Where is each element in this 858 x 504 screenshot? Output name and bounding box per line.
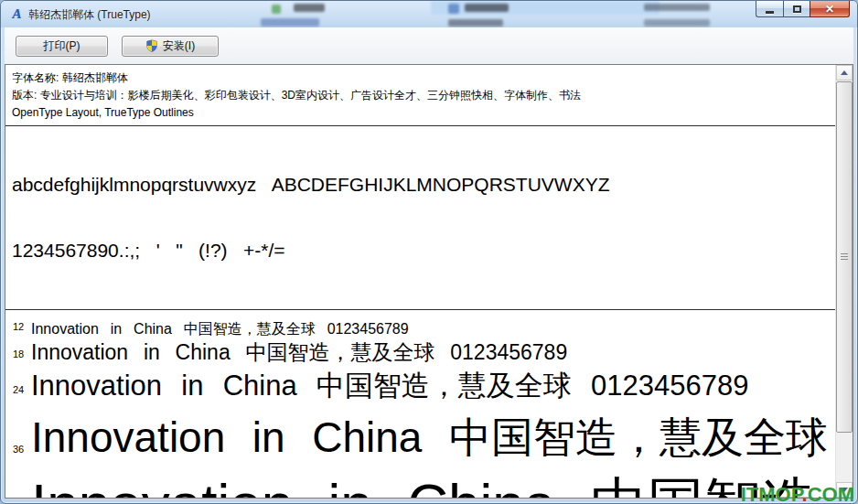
size-label: 12 [5, 321, 31, 336]
scroll-up-button[interactable] [836, 65, 853, 80]
sample-text: Innovation in China 中国智造，慧及全球 0123456789 [31, 418, 835, 458]
size-label: 18 [5, 349, 31, 363]
watermark-suffix: COM [808, 483, 854, 504]
sample-text: Innovation in China 中国智造，慧及全球 0123456789 [31, 372, 749, 399]
minimize-button[interactable] [756, 1, 783, 17]
print-button[interactable]: 打印(P) [16, 36, 108, 57]
font-name-line: 字体名称: 韩绍杰邯郸体 [12, 70, 835, 87]
close-icon: ✕ [825, 3, 834, 16]
scrollbar-track[interactable] [836, 80, 853, 482]
close-button[interactable]: ✕ [810, 1, 850, 17]
titlebar-glass-artifact [465, 4, 509, 12]
scrollbar-grip-icon [841, 253, 848, 261]
alphabet-sample-line: abcdefghijklmnopqrstuvwxyz ABCDEFGHIJKLM… [12, 174, 835, 196]
titlebar-glass-artifact [448, 4, 459, 14]
toolbar: 打印(P) 安装(I) [5, 27, 853, 64]
itmop-watermark: ITMOP.COM [741, 483, 854, 504]
scroll-up-icon [841, 70, 848, 75]
maximize-button[interactable] [783, 1, 810, 17]
titlebar-glass-artifact [448, 19, 503, 27]
sample-text: Innovation in China 中国智造，慧及全球 0123456789 [31, 322, 409, 336]
preview-content: 字体名称: 韩绍杰邯郸体 版本: 专业设计与培训：影楼后期美化、彩印包装设计、3… [5, 65, 835, 498]
glyph-sample-block: abcdefghijklmnopqrstuvwxyz ABCDEFGHIJKLM… [5, 126, 835, 307]
titlebar-glass-artifact [294, 4, 325, 12]
titlebar-glass-artifact [644, 4, 710, 11]
titlebar-glass-artifact [272, 5, 281, 14]
maximize-icon [793, 5, 801, 13]
font-file-icon: A [9, 6, 25, 22]
watermark-prefix: ITMOP [741, 483, 802, 504]
vertical-scrollbar[interactable] [835, 65, 853, 498]
numerals-sample-line: 1234567890.:,; ' " (!?) +-*/= [12, 240, 835, 262]
window-title: 韩绍杰邯郸体 (TrueType) [28, 7, 151, 23]
size-sample-row-12: 12 Innovation in China 中国智造，慧及全球 0123456… [5, 310, 835, 336]
size-sample-row-48: 48 Innovation in China 中国智造，慧及全球 0123456… [5, 458, 835, 498]
sample-text: Innovation in China 中国智造，慧及全球 0123456789 [31, 477, 835, 498]
font-technology-line: OpenType Layout, TrueType Outlines [12, 104, 835, 122]
size-label: 36 [5, 444, 31, 458]
caption-buttons: ✕ [756, 1, 850, 17]
size-sample-row-18: 18 Innovation in China 中国智造，慧及全球 0123456… [5, 336, 835, 363]
font-version-line: 版本: 专业设计与培训：影楼后期美化、彩印包装设计、3D室内设计、广告设计全才、… [12, 87, 835, 104]
titlebar-glass-artifact [644, 19, 710, 27]
titlebar: A 韩绍杰邯郸体 (TrueType) ✕ [1, 1, 857, 27]
uac-shield-icon [145, 39, 158, 52]
titlebar-glass-artifact [261, 18, 319, 27]
size-label: 24 [5, 384, 31, 399]
sample-text: Innovation in China 中国智造，慧及全球 0123456789 [31, 343, 567, 363]
print-button-label: 打印(P) [44, 38, 80, 54]
font-viewer-window: A 韩绍杰邯郸体 (TrueType) ✕ 打印(P) 安装(I) 字体名称: … [0, 0, 858, 504]
font-preview-pane: 字体名称: 韩绍杰邯郸体 版本: 专业设计与培训：影楼后期美化、彩印包装设计、3… [5, 64, 853, 499]
install-button-label: 安装(I) [163, 38, 195, 54]
size-sample-row-36: 36 Innovation in China 中国智造，慧及全球 0123456… [5, 399, 835, 458]
font-info: 字体名称: 韩绍杰邯郸体 版本: 专业设计与培训：影楼后期美化、彩印包装设计、3… [5, 65, 835, 123]
scrollbar-thumb[interactable] [836, 81, 853, 433]
install-button[interactable]: 安装(I) [122, 36, 219, 57]
minimize-icon [766, 11, 774, 14]
size-sample-row-24: 24 Innovation in China 中国智造，慧及全球 0123456… [5, 363, 835, 399]
